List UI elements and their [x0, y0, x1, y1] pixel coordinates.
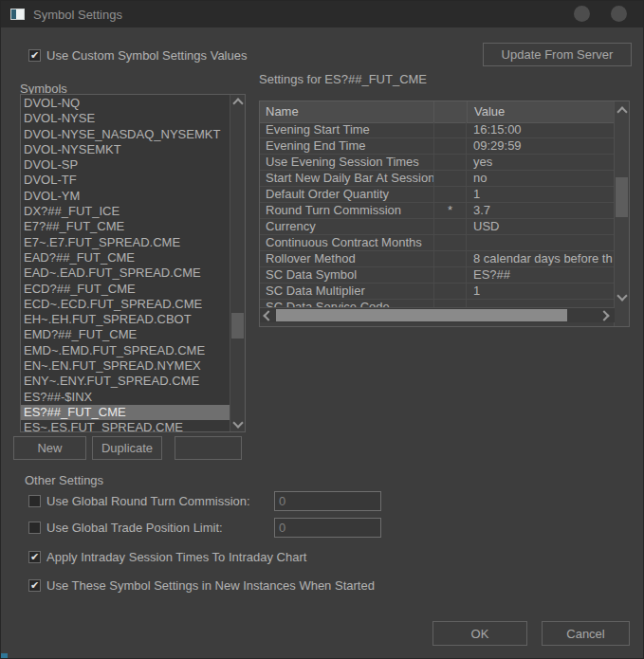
- apply-intraday-session-times-checkbox[interactable]: ✔: [28, 551, 41, 563]
- list-item[interactable]: DX?##_FUT_ICE: [21, 204, 230, 219]
- table-row[interactable]: SC Data Multiplier1: [260, 284, 614, 300]
- cell-flag: [433, 251, 467, 266]
- settings-table-header: Name Value: [260, 101, 615, 123]
- cell-value: ES?##: [467, 267, 614, 283]
- table-row[interactable]: CurrencyUSD: [260, 219, 614, 235]
- list-item[interactable]: E7~.E7.FUT_SPREAD.CME: [21, 235, 230, 250]
- table-row[interactable]: Default Order Quantity1: [260, 187, 614, 203]
- table-row[interactable]: Round Turn Commission*3.7: [260, 203, 614, 219]
- cell-value: 09:29:59: [467, 138, 614, 154]
- list-item[interactable]: ES?##-$INX: [21, 390, 230, 405]
- use-custom-settings-label: Use Custom Symbol Settings Values: [46, 49, 247, 63]
- settings-table[interactable]: Name Value Evening Start Time16:15:00Eve…: [259, 101, 630, 327]
- scroll-up-icon[interactable]: [615, 103, 629, 118]
- cell-name: Rollover Method: [260, 251, 433, 266]
- settings-table-hscrollbar[interactable]: [260, 307, 615, 322]
- cell-flag: [433, 235, 467, 250]
- window-close-button[interactable]: [611, 6, 627, 22]
- list-item[interactable]: EAD~.EAD.FUT_SPREAD.CME: [21, 265, 230, 281]
- checkmark-icon: ✔: [30, 50, 39, 61]
- use-global-trade-position-limit-checkbox[interactable]: ✔: [28, 522, 41, 534]
- symbols-listbox[interactable]: DVOL-NQDVOL-NYSEDVOL-NYSE_NASDAQ_NYSEMKT…: [20, 94, 246, 432]
- list-item[interactable]: ENY~.ENY.FUT_SPREAD.CME: [21, 374, 230, 389]
- symbols-list-items: DVOL-NQDVOL-NYSEDVOL-NYSE_NASDAQ_NYSEMKT…: [21, 96, 230, 431]
- table-row[interactable]: SC Data Service Code: [260, 300, 614, 307]
- window-minimize-button[interactable]: [574, 6, 590, 22]
- titlebar: Symbol Settings: [1, 1, 643, 27]
- list-item[interactable]: DVOL-TF: [21, 173, 230, 188]
- settings-table-vscrollbar[interactable]: [614, 101, 629, 326]
- scrollbar-thumb[interactable]: [231, 313, 244, 339]
- cancel-button[interactable]: Cancel: [542, 621, 630, 646]
- scroll-up-icon[interactable]: [230, 95, 245, 109]
- column-header-flag: [433, 101, 467, 122]
- list-item[interactable]: ECD?##_FUT_CME: [21, 282, 230, 297]
- cell-name: Evening Start Time: [260, 122, 433, 137]
- checkmark-icon: ✔: [30, 552, 39, 562]
- list-item[interactable]: DVOL-YM: [21, 189, 230, 204]
- cell-value: 1: [467, 187, 614, 202]
- list-item[interactable]: DVOL-NYSE: [21, 111, 230, 126]
- scrollbar-thumb[interactable]: [616, 177, 628, 217]
- list-item[interactable]: DVOL-NYSEMKT: [21, 142, 230, 157]
- table-row[interactable]: SC Data SymbolES?##: [260, 267, 614, 284]
- cell-name: SC Data Symbol: [260, 267, 433, 283]
- checkmark-icon: ✔: [30, 580, 39, 591]
- cell-name: Default Order Quantity: [260, 187, 433, 202]
- list-item[interactable]: DVOL-NYSE_NASDAQ_NYSEMKT: [21, 127, 230, 142]
- scroll-left-icon[interactable]: [260, 308, 274, 322]
- cell-name: Currency: [260, 219, 433, 234]
- list-item[interactable]: EAD?##_FUT_CME: [21, 250, 230, 265]
- list-item[interactable]: EN~.EN.FUT_SPREAD.NYMEX: [21, 358, 230, 374]
- cell-flag: [433, 300, 467, 307]
- list-item[interactable]: DVOL-NQ: [21, 96, 230, 111]
- column-header-name[interactable]: Name: [260, 101, 433, 122]
- cell-value: 16:15:00: [467, 122, 614, 137]
- update-from-server-button[interactable]: Update From Server: [483, 43, 632, 66]
- use-custom-settings-checkbox[interactable]: ✔: [28, 49, 41, 62]
- column-header-value[interactable]: Value: [467, 101, 615, 122]
- cell-flag: [433, 155, 467, 170]
- table-row[interactable]: Evening End Time09:29:59: [260, 138, 614, 155]
- list-item[interactable]: DVOL-SP: [21, 157, 230, 173]
- scroll-down-icon[interactable]: [230, 417, 245, 431]
- scroll-down-icon[interactable]: [615, 290, 629, 304]
- use-settings-in-new-instances-checkbox[interactable]: ✔: [28, 579, 41, 592]
- cell-flag: *: [433, 203, 467, 218]
- table-row[interactable]: Use Evening Session Timesyes: [260, 155, 614, 171]
- list-item[interactable]: ECD~.ECD.FUT_SPREAD.CME: [21, 297, 230, 312]
- table-row[interactable]: Start New Daily Bar At Session...no: [260, 171, 614, 187]
- cell-value: 8 calendar days before th: [467, 251, 614, 266]
- symbol-settings-dialog: Symbol Settings ✔ Use Custom Symbol Sett…: [0, 0, 644, 659]
- global-round-turn-commission-input[interactable]: [274, 491, 381, 511]
- ok-button[interactable]: OK: [432, 621, 527, 646]
- list-item[interactable]: EMD?##_FUT_CME: [21, 327, 230, 342]
- cell-name: Continuous Contract Months: [260, 235, 433, 250]
- list-item[interactable]: ES?##_FUT_CME: [21, 405, 230, 420]
- table-row[interactable]: Evening Start Time16:15:00: [260, 122, 614, 138]
- scrollbar-thumb[interactable]: [276, 309, 567, 321]
- symbols-list-scrollbar[interactable]: [230, 95, 245, 431]
- cell-flag: [433, 171, 467, 186]
- global-trade-position-limit-input[interactable]: [274, 518, 381, 538]
- corner-accent: [1, 653, 8, 659]
- use-global-trade-position-limit-label: Use Global Trade Position Limit:: [46, 522, 223, 535]
- cell-name: Round Turn Commission: [260, 203, 433, 218]
- cell-value: USD: [467, 219, 614, 234]
- list-item[interactable]: E7?##_FUT_CME: [21, 219, 230, 234]
- cell-flag: [433, 284, 467, 299]
- duplicate-button[interactable]: Duplicate: [92, 436, 162, 460]
- list-item[interactable]: EMD~.EMD.FUT_SPREAD.CME: [21, 343, 230, 358]
- cell-value: 3.7: [467, 203, 614, 218]
- scroll-right-icon[interactable]: [598, 308, 613, 322]
- cell-value: no: [467, 171, 614, 186]
- cell-value: [467, 300, 614, 307]
- table-row[interactable]: Rollover Method8 calendar days before th: [260, 251, 614, 267]
- cell-value: [467, 235, 614, 250]
- use-global-round-turn-commission-checkbox[interactable]: ✔: [28, 495, 41, 507]
- unnamed-button[interactable]: [175, 436, 242, 460]
- list-item[interactable]: EH~.EH.FUT_SPREAD.CBOT: [21, 312, 230, 327]
- new-button[interactable]: New: [13, 436, 86, 460]
- list-item[interactable]: ES~.ES.FUT_SPREAD.CME: [21, 420, 230, 431]
- table-row[interactable]: Continuous Contract Months: [260, 235, 614, 251]
